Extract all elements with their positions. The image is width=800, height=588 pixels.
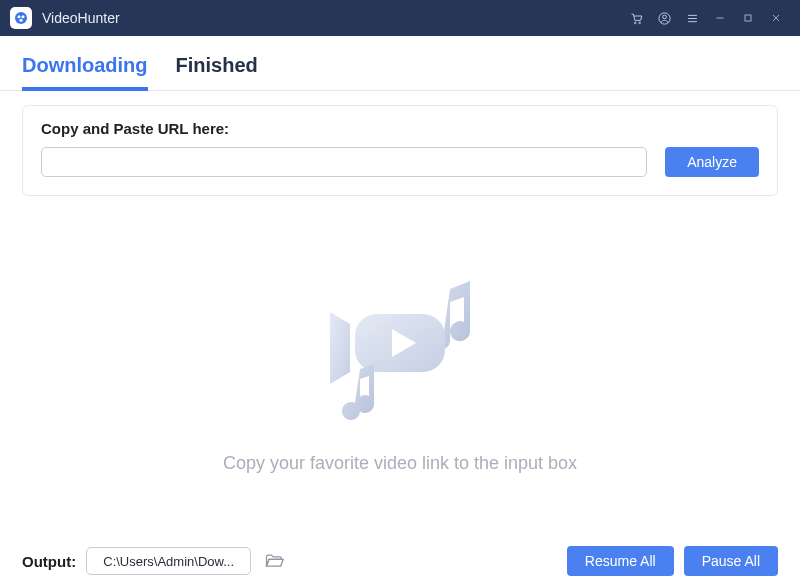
empty-illustration-icon [300, 269, 500, 439]
minimize-icon[interactable] [706, 0, 734, 36]
titlebar: VideoHunter [0, 0, 800, 36]
svg-point-2 [21, 15, 24, 18]
svg-point-3 [19, 19, 22, 22]
analyze-button[interactable]: Analyze [665, 147, 759, 177]
svg-point-1 [17, 15, 20, 18]
app-logo-icon [10, 7, 32, 29]
close-icon[interactable] [762, 0, 790, 36]
svg-point-5 [638, 22, 640, 24]
output-path-field[interactable]: C:\Users\Admin\Dow... [86, 547, 251, 575]
url-row: Analyze [41, 147, 759, 177]
app-title: VideoHunter [42, 10, 120, 26]
open-folder-icon[interactable] [261, 548, 287, 574]
empty-state: Copy your favorite video link to the inp… [0, 196, 800, 536]
footer: Output: C:\Users\Admin\Dow... Resume All… [0, 536, 800, 588]
svg-point-4 [634, 22, 636, 24]
menu-icon[interactable] [678, 0, 706, 36]
pause-all-button[interactable]: Pause All [684, 546, 778, 576]
tab-finished[interactable]: Finished [176, 54, 258, 91]
tabs-row: Downloading Finished [0, 36, 800, 91]
svg-point-0 [15, 12, 27, 24]
account-icon[interactable] [650, 0, 678, 36]
output-label: Output: [22, 553, 76, 570]
svg-rect-12 [745, 15, 751, 21]
cart-icon[interactable] [622, 0, 650, 36]
maximize-icon[interactable] [734, 0, 762, 36]
url-input[interactable] [41, 147, 647, 177]
url-label: Copy and Paste URL here: [41, 120, 759, 137]
tab-downloading[interactable]: Downloading [22, 54, 148, 91]
resume-all-button[interactable]: Resume All [567, 546, 674, 576]
svg-point-7 [662, 15, 666, 19]
url-card: Copy and Paste URL here: Analyze [22, 105, 778, 196]
empty-state-message: Copy your favorite video link to the inp… [223, 453, 577, 474]
